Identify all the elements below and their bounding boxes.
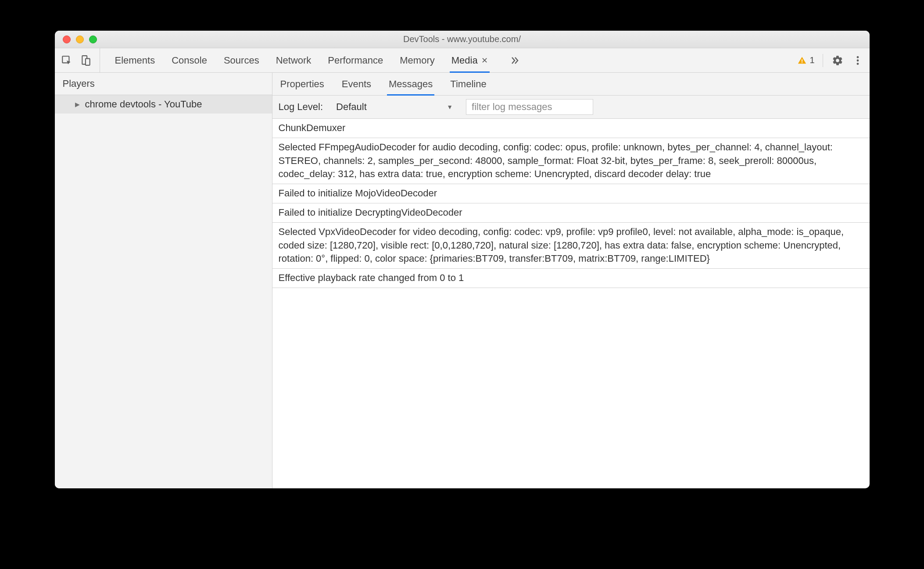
log-message[interactable]: Effective playback rate changed from 0 t… — [272, 269, 870, 288]
svg-rect-4 — [802, 62, 802, 63]
main-toolbar: Elements Console Sources Network Perform… — [55, 48, 870, 73]
filter-input[interactable] — [466, 99, 593, 115]
tab-console[interactable]: Console — [172, 48, 207, 72]
minimize-window-button[interactable] — [76, 36, 84, 43]
messages-list: ChunkDemuxer Selected FFmpegAudioDecoder… — [272, 119, 870, 488]
log-message[interactable]: Failed to initialize MojoVideoDecoder — [272, 184, 870, 203]
log-message[interactable]: Failed to initialize DecryptingVideoDeco… — [272, 203, 870, 223]
warning-icon — [797, 56, 807, 65]
log-message[interactable]: Selected VpxVideoDecoder for video decod… — [272, 223, 870, 269]
inspect-element-icon[interactable] — [61, 55, 72, 66]
panel-tabs: Elements Console Sources Network Perform… — [104, 48, 519, 72]
svg-rect-2 — [85, 58, 90, 65]
svg-rect-3 — [802, 59, 802, 62]
kebab-menu-icon[interactable] — [852, 55, 863, 66]
subtab-properties[interactable]: Properties — [280, 73, 324, 95]
tab-network[interactable]: Network — [276, 48, 312, 72]
tab-media-label: Media — [451, 55, 478, 66]
log-level-value: Default — [336, 101, 367, 113]
svg-point-5 — [856, 56, 859, 58]
filter-bar: Log Level: Default ▼ — [272, 96, 870, 119]
log-message[interactable]: Selected FFmpegAudioDecoder for audio de… — [272, 138, 870, 184]
tab-sources[interactable]: Sources — [224, 48, 259, 72]
warnings-indicator[interactable]: 1 — [797, 54, 823, 67]
tab-media[interactable]: Media ✕ — [451, 48, 488, 72]
log-level-select[interactable]: Default ▼ — [331, 99, 458, 115]
sidebar-header: Players — [55, 73, 272, 95]
titlebar: DevTools - www.youtube.com/ — [55, 31, 870, 48]
subtab-messages[interactable]: Messages — [389, 73, 433, 95]
subtabs: Properties Events Messages Timeline — [272, 73, 870, 96]
sidebar-item-label: chrome devtools - YouTube — [85, 99, 202, 110]
toolbar-right: 1 — [797, 54, 863, 67]
traffic-lights — [55, 36, 97, 43]
toolbar-left-icons — [61, 48, 100, 72]
tab-memory[interactable]: Memory — [400, 48, 434, 72]
device-toolbar-icon[interactable] — [80, 55, 92, 66]
subtab-timeline[interactable]: Timeline — [450, 73, 486, 95]
body: Players ▶ chrome devtools - YouTube Prop… — [55, 73, 870, 488]
disclosure-triangle-icon: ▶ — [75, 101, 80, 108]
log-level-label: Log Level: — [279, 101, 323, 113]
devtools-window: DevTools - www.youtube.com/ Elements Con… — [55, 31, 870, 488]
subtab-events[interactable]: Events — [342, 73, 371, 95]
main-panel: Properties Events Messages Timeline Log … — [272, 73, 870, 488]
close-window-button[interactable] — [63, 36, 71, 43]
tab-performance[interactable]: Performance — [328, 48, 383, 72]
warning-count: 1 — [809, 55, 814, 65]
window-title: DevTools - www.youtube.com/ — [403, 34, 521, 44]
svg-point-7 — [856, 63, 859, 65]
sidebar: Players ▶ chrome devtools - YouTube — [55, 73, 272, 488]
more-tabs-button[interactable] — [505, 55, 519, 66]
close-tab-icon[interactable]: ✕ — [481, 56, 488, 65]
tab-elements[interactable]: Elements — [115, 48, 155, 72]
log-message[interactable]: ChunkDemuxer — [272, 119, 870, 138]
settings-icon[interactable] — [832, 55, 843, 66]
svg-point-6 — [856, 59, 859, 61]
sidebar-item-player[interactable]: ▶ chrome devtools - YouTube — [55, 95, 272, 114]
zoom-window-button[interactable] — [89, 36, 97, 43]
dropdown-triangle-icon: ▼ — [447, 103, 453, 110]
